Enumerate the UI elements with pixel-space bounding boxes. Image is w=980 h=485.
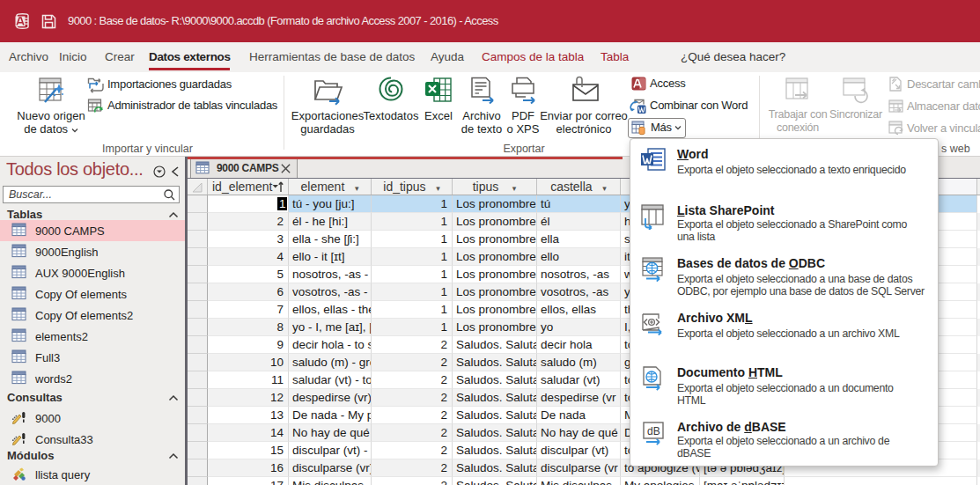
svg-text:dB: dB	[647, 425, 660, 437]
